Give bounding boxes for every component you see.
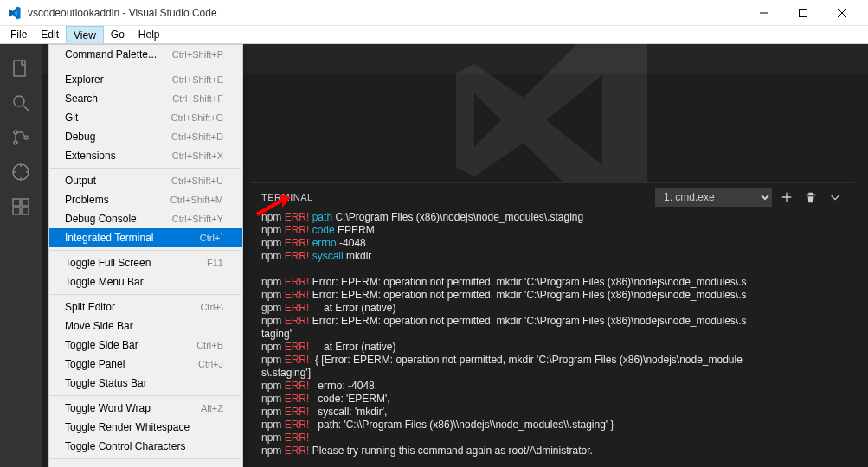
activity-bar [0,44,42,467]
menu-view[interactable]: View [66,26,104,43]
new-terminal-icon[interactable] [777,188,796,207]
terminal-output[interactable]: npm ERR! path C:\Program Files (x86)\nod… [251,211,855,467]
menu-item-debug-console[interactable]: Debug ConsoleCtrl+Shift+Y [49,209,242,228]
svg-point-5 [24,136,28,139]
menu-item-toggle-full-screen[interactable]: Toggle Full ScreenF11 [49,253,242,272]
terminal-select[interactable]: 1: cmd.exe [655,188,772,207]
chevron-down-icon[interactable] [826,188,845,207]
menu-separator [50,294,241,295]
maximize-button[interactable] [783,0,822,25]
menu-item-toggle-word-wrap[interactable]: Toggle Word WrapAlt+Z [49,399,242,418]
menu-go[interactable]: Go [104,26,132,43]
svg-rect-7 [13,199,20,206]
menu-file[interactable]: File [3,26,34,43]
menu-separator [50,67,241,67]
view-menu-dropdown: Command Palette...Ctrl+Shift+PExplorerCt… [48,44,243,467]
search-icon[interactable] [0,86,42,120]
git-icon[interactable] [0,120,42,155]
menu-item-toggle-menu-bar[interactable]: Toggle Menu Bar [49,272,242,291]
terminal-panel: TERMINAL 1: cmd.exe npm ERR! path C:\Pro… [251,182,855,467]
minimize-button[interactable] [744,0,783,25]
menu-item-toggle-status-bar[interactable]: Toggle Status Bar [49,374,242,393]
watermark-logo [223,44,868,195]
menu-item-toggle-panel[interactable]: Toggle PanelCtrl+J [49,355,242,374]
menu-item-toggle-render-whitespace[interactable]: Toggle Render Whitespace [49,418,242,437]
menu-item-git[interactable]: GitCtrl+Shift+G [49,108,242,127]
svg-point-2 [14,96,24,106]
extensions-icon[interactable] [0,189,42,224]
menu-item-toggle-control-characters[interactable]: Toggle Control Characters [49,437,242,456]
menu-separator [50,168,241,169]
menu-item-search[interactable]: SearchCtrl+Shift+F [49,89,242,108]
svg-rect-9 [13,208,20,214]
vscode-icon [7,6,21,20]
annotation-arrow [256,194,291,216]
debug-icon[interactable] [0,155,42,189]
svg-rect-10 [22,208,29,214]
menu-item-command-palette-[interactable]: Command Palette...Ctrl+Shift+P [49,45,242,64]
svg-rect-1 [14,61,25,76]
kill-terminal-icon[interactable] [801,188,820,207]
explorer-icon[interactable] [0,51,42,86]
menu-item-debug[interactable]: DebugCtrl+Shift+D [49,127,242,146]
menu-separator [50,395,241,396]
menu-item-split-editor[interactable]: Split EditorCtrl+\ [49,297,242,317]
menu-separator [50,458,241,459]
menu-item-output[interactable]: OutputCtrl+Shift+U [49,171,242,190]
svg-rect-8 [22,199,29,206]
menu-help[interactable]: Help [132,26,167,43]
menu-item-move-side-bar[interactable]: Move Side Bar [49,317,242,336]
menu-separator [50,250,241,251]
menu-edit[interactable]: Edit [34,26,66,43]
menu-item-toggle-side-bar[interactable]: Toggle Side BarCtrl+B [49,336,242,355]
svg-point-3 [14,131,17,134]
svg-point-4 [14,141,17,144]
menu-item-extensions[interactable]: ExtensionsCtrl+Shift+X [49,146,242,165]
svg-rect-0 [799,9,807,16]
menu-item-problems[interactable]: ProblemsCtrl+Shift+M [49,190,242,209]
menu-item-zoom-in[interactable]: Zoom InCtrl+= [49,462,242,467]
menu-item-explorer[interactable]: ExplorerCtrl+Shift+E [49,70,242,89]
close-button[interactable] [822,0,861,25]
menu-item-integrated-terminal[interactable]: Integrated TerminalCtrl+` [49,228,242,247]
